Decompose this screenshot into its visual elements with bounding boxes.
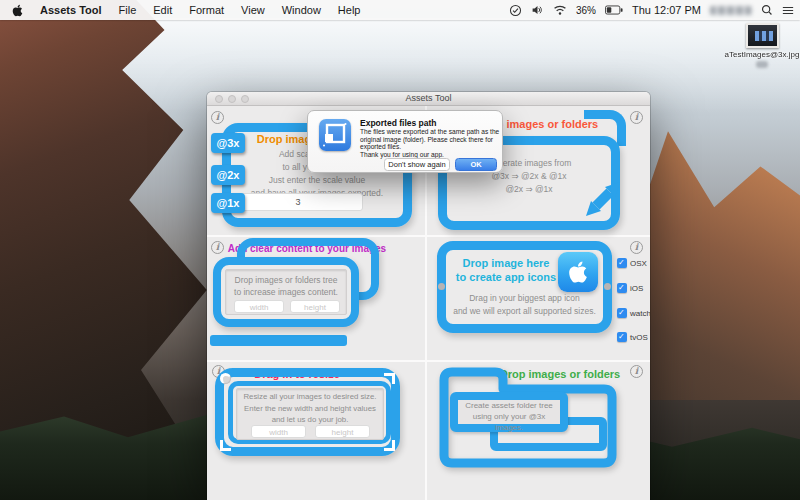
panel-app-icons: Drop image here to create app icons Drag… <box>426 236 650 361</box>
resize-inner-panel: Resize all your images to desired size. … <box>236 388 384 440</box>
tray-handle-right <box>604 283 611 290</box>
apple-menu-icon[interactable] <box>12 4 23 17</box>
apple-app-icon <box>558 252 598 292</box>
menubar-clock[interactable]: Thu 12:07 PM <box>632 4 701 16</box>
exported-files-popover: Exported files path The files were expor… <box>307 110 503 173</box>
panel-description: Resize all your images to desired size. … <box>237 391 383 426</box>
spotlight-search-icon[interactable] <box>761 4 773 16</box>
ok-button[interactable]: OK <box>455 158 497 171</box>
notification-center-icon[interactable] <box>782 5 794 16</box>
menu-file[interactable]: File <box>119 4 137 16</box>
platform-checkbox-osx[interactable]: OSX <box>617 258 647 268</box>
panel-description: Drop images or folders tree to increase … <box>226 274 346 298</box>
popover-title: Exported files path <box>360 118 437 128</box>
menu-bar: Assets Tool File Edit Format View Window… <box>0 0 800 20</box>
app-icon-drop-zone[interactable]: Drop image here to create app icons Drag… <box>437 241 612 333</box>
panel-clear-content: Add clear content to your images Drop im… <box>207 236 426 361</box>
platform-checkbox-tvos[interactable]: tvOS <box>617 332 648 342</box>
wifi-icon[interactable] <box>553 4 567 16</box>
clear-inner-panel: Drop images or folders tree to increase … <box>225 269 347 315</box>
desktop-file-label-overflow <box>756 61 768 68</box>
clear-width-input[interactable] <box>234 300 284 313</box>
menu-help[interactable]: Help <box>338 4 361 16</box>
menu-window[interactable]: Window <box>282 4 321 16</box>
platform-checkbox-watch[interactable]: watch <box>617 308 650 318</box>
window-title: Assets Tool <box>207 93 650 103</box>
popover-message: The files were exported at the same path… <box>360 128 500 158</box>
resize-height-input[interactable] <box>315 425 370 438</box>
resize-width-input[interactable] <box>251 425 306 438</box>
battery-icon[interactable] <box>605 5 623 15</box>
assets-tool-app-icon <box>319 119 351 151</box>
desktop-file[interactable]: aTestImages@3x.jpg <box>744 23 780 48</box>
badge-2x: @2x <box>211 165 245 185</box>
panel-title: Drop image here to create app icons <box>446 256 566 284</box>
panel-resize: Drag in to resize Resize all your images… <box>207 361 426 500</box>
resize-corner-arrow-icon <box>384 373 395 384</box>
menubar-app-name[interactable]: Assets Tool <box>40 4 102 16</box>
tray-handle-left <box>438 283 445 290</box>
desktop-file-label: aTestImages@3x.jpg <box>720 50 800 59</box>
checkbox-checked-icon[interactable] <box>617 308 627 318</box>
menubar-user-name-redacted[interactable] <box>710 6 752 15</box>
tray-strip-decoration <box>210 335 347 346</box>
resize-corner-arrow-icon <box>220 373 231 384</box>
scale-value-input[interactable] <box>233 193 363 211</box>
menu-format[interactable]: Format <box>189 4 224 16</box>
panel-description: Create assets folder tree using only you… <box>458 400 560 433</box>
info-icon[interactable] <box>211 111 224 124</box>
info-icon[interactable] <box>630 241 643 254</box>
resize-corner-arrow-icon <box>384 440 395 451</box>
badge-1x: @1x <box>211 193 245 213</box>
screen: aTestImages@3x.jpg Assets Tool File Edit… <box>0 0 800 500</box>
menu-edit[interactable]: Edit <box>153 4 172 16</box>
double-arrow-icon <box>576 172 632 224</box>
badge-3x: @3x <box>211 133 245 153</box>
desktop-file-thumbnail[interactable] <box>746 23 779 48</box>
clear-height-input[interactable] <box>290 300 340 313</box>
panel-folder-tree: Drop images or folders Create assets fol… <box>426 361 650 500</box>
menu-view[interactable]: View <box>241 4 265 16</box>
checkbox-checked-icon[interactable] <box>617 283 627 293</box>
folder-file-label-box: Create assets folder tree using only you… <box>450 392 568 432</box>
resize-corner-arrow-icon <box>220 440 231 451</box>
checkbox-checked-icon[interactable] <box>617 332 627 342</box>
check-circle-menu-extra-icon[interactable] <box>509 4 522 17</box>
panel-description: Drag in your biggest app icon and we wil… <box>446 292 603 318</box>
volume-icon[interactable] <box>531 4 544 16</box>
checkbox-checked-icon[interactable] <box>617 258 627 268</box>
window-titlebar[interactable]: Assets Tool <box>207 92 650 106</box>
platform-checkbox-ios[interactable]: iOS <box>617 283 643 293</box>
battery-percentage: 36% <box>576 5 596 16</box>
dont-show-again-button[interactable]: Don't show again <box>384 158 450 171</box>
